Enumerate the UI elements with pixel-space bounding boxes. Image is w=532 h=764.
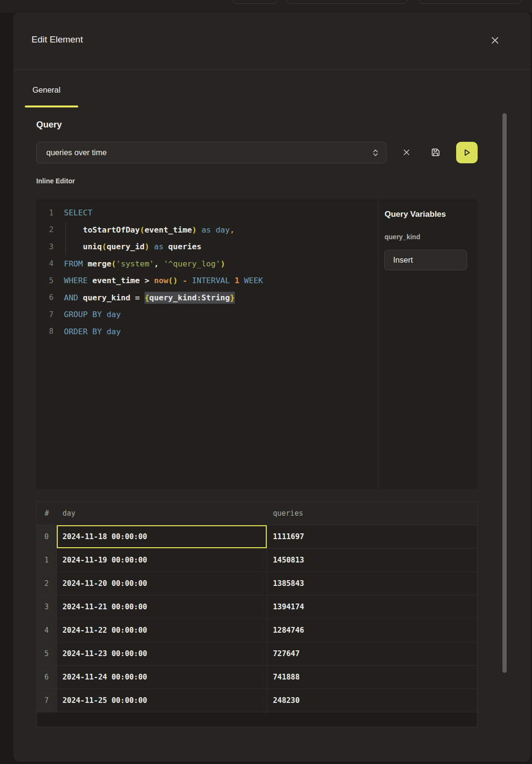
query-section-heading: Query	[36, 119, 62, 130]
table-row: 02024-11-18 00:00:001111697	[37, 525, 477, 549]
day-cell[interactable]: 2024-11-21 00:00:00	[57, 595, 267, 618]
header-divider	[13, 69, 531, 70]
table-row: 22024-11-20 00:00:001385843	[37, 572, 477, 595]
line-number: 4	[36, 259, 53, 268]
code-line: 5WHERE event_time > now() - INTERVAL 1 W…	[36, 272, 378, 289]
inline-editor: 1SELECT2 toStartOfDay(event_time) as day…	[36, 199, 478, 489]
row-index-cell: 4	[37, 619, 57, 642]
insert-variable-button[interactable]: Insert	[384, 250, 467, 270]
play-icon	[462, 148, 471, 157]
query-variables-panel: Query Variables query_kind Insert	[378, 199, 478, 489]
code-line: 6AND query_kind = {query_kind:String}	[36, 289, 378, 307]
run-query-button[interactable]	[456, 142, 478, 163]
table-row: 12024-11-19 00:00:001450813	[37, 549, 477, 572]
day-cell[interactable]: 2024-11-25 00:00:00	[57, 689, 267, 712]
query-variables-heading: Query Variables	[385, 210, 446, 219]
tab-active-underline	[25, 106, 78, 107]
row-index-cell: 1	[37, 549, 57, 572]
save-floppy-icon	[430, 147, 441, 158]
day-cell[interactable]: 2024-11-23 00:00:00	[57, 642, 267, 665]
code-line: 1SELECT	[36, 204, 378, 222]
line-number: 3	[36, 243, 53, 251]
row-index-cell: 7	[37, 689, 57, 712]
day-cell[interactable]: 2024-11-19 00:00:00	[57, 549, 267, 572]
table-row: 62024-11-24 00:00:00741888	[37, 666, 477, 689]
close-icon	[491, 37, 499, 44]
day-cell[interactable]: 2024-11-20 00:00:00	[57, 572, 267, 595]
table-row: 72024-11-25 00:00:00248230	[37, 689, 477, 712]
background-toolbar	[0, 0, 532, 12]
day-cell[interactable]: 2024-11-22 00:00:00	[57, 619, 267, 642]
row-index-cell: 6	[37, 666, 57, 689]
column-header-index: #	[37, 502, 57, 525]
close-button[interactable]	[490, 35, 500, 45]
queries-cell[interactable]: 248230	[267, 689, 477, 712]
code-lines: 1SELECT2 toStartOfDay(event_time) as day…	[36, 204, 378, 340]
line-number: 7	[36, 310, 53, 319]
edit-element-modal: Edit Element General Query queries over …	[13, 12, 531, 762]
query-select-value: queries over time	[46, 148, 372, 157]
code-line: 7GROUP BY day	[36, 306, 378, 323]
topbar-button-outline	[233, 0, 278, 4]
table-row: 42024-11-22 00:00:001284746	[37, 619, 477, 642]
queries-cell[interactable]: 1394174	[267, 595, 477, 618]
clear-icon	[403, 149, 410, 156]
code-line: 4FROM merge('system', '^query_log')	[36, 255, 378, 273]
queries-cell[interactable]: 727647	[267, 642, 477, 665]
results-table-header: # day queries	[37, 502, 477, 525]
sql-code-editor[interactable]: 1SELECT2 toStartOfDay(event_time) as day…	[36, 199, 378, 489]
day-cell-selected[interactable]: 2024-11-18 00:00:00	[57, 525, 267, 548]
queries-cell[interactable]: 1284746	[267, 619, 477, 642]
vertical-scrollbar[interactable]	[502, 113, 507, 673]
line-number: 1	[36, 209, 53, 217]
results-table: # day queries 02024-11-18 00:00:00111169…	[36, 501, 478, 727]
variable-name-label: query_kind	[385, 233, 420, 241]
save-query-button[interactable]	[428, 144, 444, 160]
line-number: 2	[36, 225, 53, 234]
row-index-cell: 3	[37, 595, 57, 618]
table-row: 52024-11-23 00:00:00727647	[37, 642, 477, 666]
column-header-day: day	[57, 502, 267, 525]
line-number: 6	[36, 293, 53, 302]
unfold-chevrons-icon	[372, 149, 379, 157]
indent-guide	[65, 222, 66, 255]
day-cell[interactable]: 2024-11-24 00:00:00	[57, 666, 267, 689]
topbar-button-outline	[418, 0, 522, 4]
query-select[interactable]: queries over time	[36, 142, 386, 163]
clear-selection-button[interactable]	[398, 144, 415, 160]
row-index-cell: 2	[37, 572, 57, 595]
queries-cell[interactable]: 1111697	[267, 525, 477, 548]
code-line: 2 toStartOfDay(event_time) as day,	[36, 222, 378, 239]
row-index-cell: 0	[37, 525, 57, 548]
table-row: 32024-11-21 00:00:001394174	[37, 595, 477, 619]
tab-general[interactable]: General	[32, 85, 61, 95]
inline-editor-label: Inline Editor	[36, 177, 75, 185]
code-line: 3 uniq(query_id) as queries	[36, 238, 378, 255]
page-title: Edit Element	[31, 34, 83, 45]
queries-cell[interactable]: 741888	[267, 666, 477, 689]
queries-cell[interactable]: 1385843	[267, 572, 477, 595]
line-number: 5	[36, 276, 53, 285]
topbar-button-outline	[286, 0, 407, 4]
line-number: 8	[36, 327, 53, 336]
results-tbody: 02024-11-18 00:00:00111169712024-11-19 0…	[37, 525, 477, 712]
queries-cell[interactable]: 1450813	[267, 549, 477, 572]
column-header-queries: queries	[267, 502, 477, 525]
code-line: 8ORDER BY day	[36, 323, 378, 340]
row-index-cell: 5	[37, 642, 57, 665]
